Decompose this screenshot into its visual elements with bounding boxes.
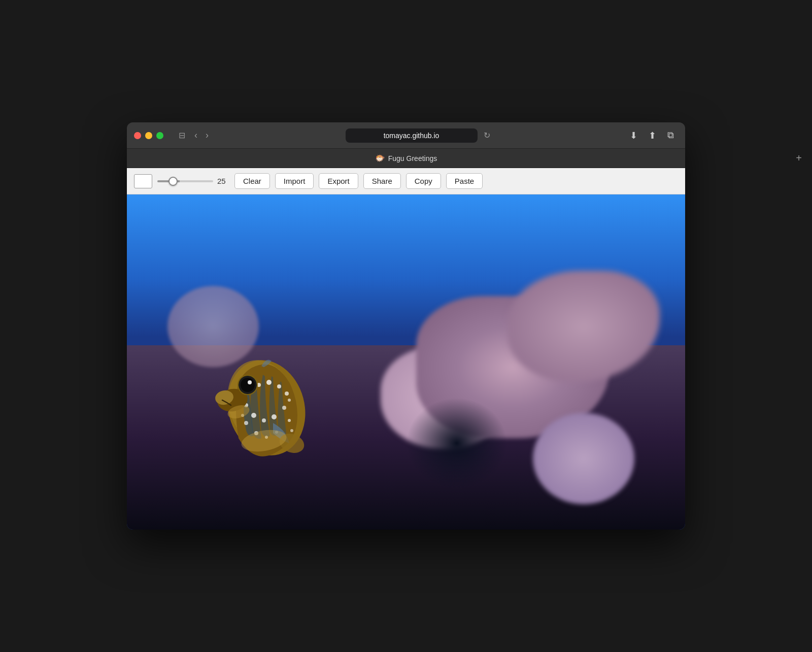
- tabs-button[interactable]: ⧉: [663, 128, 678, 143]
- svg-point-10: [272, 414, 277, 419]
- svg-point-18: [288, 399, 291, 402]
- coral-right-bottom: [533, 413, 634, 504]
- svg-point-8: [251, 413, 256, 418]
- address-bar: ↻: [212, 128, 626, 143]
- svg-point-11: [282, 406, 286, 410]
- browser-window: ⊟ ‹ › ↻ ⬇ ⬆ ⧉ 🐡 Fugu Greetings + 25 Clea…: [127, 122, 685, 530]
- svg-point-24: [241, 378, 255, 392]
- fish: [188, 306, 350, 519]
- clear-button[interactable]: Clear: [234, 173, 270, 189]
- copy-button[interactable]: Copy: [406, 173, 441, 189]
- svg-point-9: [262, 418, 266, 422]
- sidebar-toggle-button[interactable]: ⊟: [175, 128, 189, 143]
- svg-point-12: [288, 419, 291, 422]
- tabbar: 🐡 Fugu Greetings +: [127, 149, 685, 168]
- size-slider-container: 25: [157, 177, 229, 185]
- minimize-button[interactable]: [145, 132, 152, 139]
- close-button[interactable]: [134, 132, 141, 139]
- tab-label: Fugu Greetings: [388, 154, 437, 162]
- tab-emoji: 🐡: [375, 153, 385, 163]
- fish-scene: [127, 194, 685, 530]
- forward-button[interactable]: ›: [202, 128, 212, 143]
- import-button[interactable]: Import: [275, 173, 314, 189]
- svg-point-20: [290, 429, 293, 432]
- svg-point-5: [277, 384, 281, 388]
- back-button[interactable]: ‹: [191, 128, 200, 143]
- reload-button[interactable]: ↻: [482, 128, 492, 142]
- size-slider[interactable]: [157, 180, 213, 182]
- nav-buttons: ⊟ ‹ ›: [172, 128, 212, 143]
- size-value: 25: [217, 177, 229, 185]
- maximize-button[interactable]: [156, 132, 163, 139]
- color-picker[interactable]: [134, 174, 152, 188]
- svg-point-13: [244, 421, 248, 425]
- paste-button[interactable]: Paste: [446, 173, 483, 189]
- svg-point-4: [266, 380, 272, 385]
- url-input[interactable]: [346, 128, 478, 143]
- share-app-button[interactable]: Share: [363, 173, 401, 189]
- export-button[interactable]: Export: [319, 173, 358, 189]
- svg-point-6: [285, 392, 289, 396]
- toolbar-right: ⬇ ⬆ ⧉: [626, 128, 678, 143]
- download-button[interactable]: ⬇: [626, 128, 641, 143]
- tab-title: 🐡 Fugu Greetings: [375, 153, 437, 163]
- share-button[interactable]: ⬆: [645, 128, 660, 143]
- traffic-lights: [134, 132, 163, 139]
- dark-spot: [406, 398, 507, 489]
- svg-point-25: [248, 380, 252, 384]
- canvas-area[interactable]: [127, 194, 685, 530]
- app-toolbar: 25 Clear Import Export Share Copy Paste: [127, 168, 685, 194]
- titlebar: ⊟ ‹ › ↻ ⬇ ⬆ ⧉: [127, 122, 685, 149]
